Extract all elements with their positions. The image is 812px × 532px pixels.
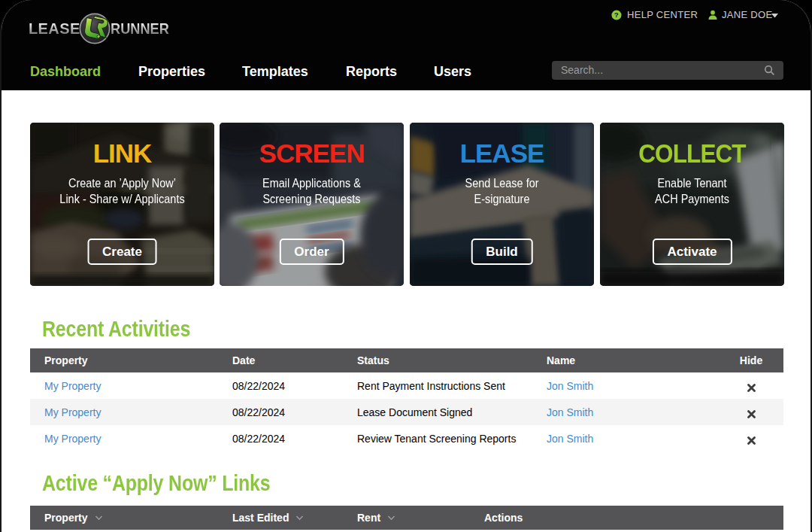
svg-text:?: ?: [614, 11, 619, 19]
